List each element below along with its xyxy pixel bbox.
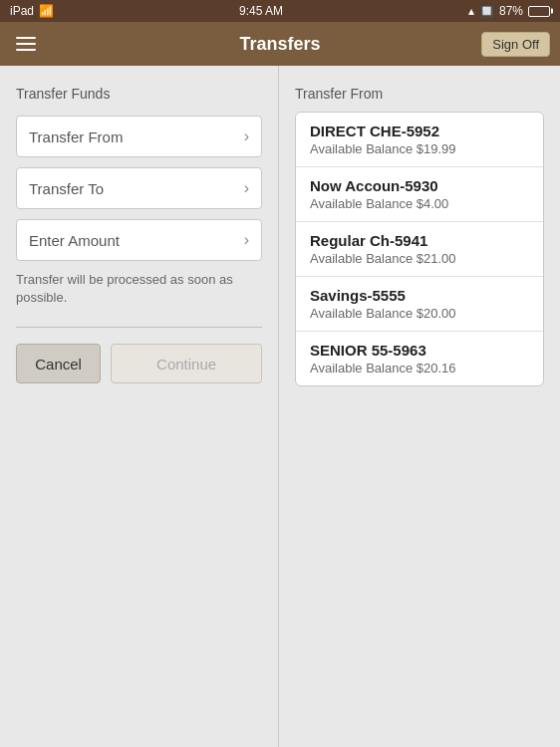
accounts-list: DIRECT CHE-5952Available Balance $19.99N…	[295, 112, 544, 386]
status-bar: iPad 📶 9:45 AM ▴ 🔲 87%	[0, 0, 560, 22]
transfer-to-chevron-icon: ›	[244, 179, 249, 197]
account-balance: Available Balance $4.00	[310, 196, 529, 211]
battery-percent-label: 87%	[499, 4, 523, 18]
carrier-label: iPad	[10, 4, 34, 18]
main-content: Transfer Funds Transfer From › Transfer …	[0, 66, 560, 747]
cancel-button[interactable]: Cancel	[16, 344, 101, 383]
transfer-to-field[interactable]: Transfer To ›	[16, 167, 262, 209]
account-item[interactable]: DIRECT CHE-5952Available Balance $19.99	[296, 113, 543, 167]
hamburger-line-2	[16, 43, 36, 45]
bluetooth-icon: 🔲	[479, 4, 494, 18]
right-section-title: Transfer From	[295, 86, 544, 102]
left-section-title: Transfer Funds	[16, 86, 262, 102]
app-header: Transfers Sign Off	[0, 22, 560, 66]
continue-button[interactable]: Continue	[111, 344, 262, 383]
transfer-from-field[interactable]: Transfer From ›	[16, 116, 262, 157]
right-panel: Transfer From DIRECT CHE-5952Available B…	[279, 66, 560, 747]
status-left: iPad 📶	[10, 4, 54, 18]
time-label: 9:45 AM	[239, 4, 283, 18]
account-balance: Available Balance $19.99	[310, 141, 529, 156]
divider	[16, 327, 262, 328]
sign-off-button[interactable]: Sign Off	[481, 32, 550, 57]
left-panel: Transfer Funds Transfer From › Transfer …	[0, 66, 279, 747]
account-item[interactable]: Regular Ch-5941Available Balance $21.00	[296, 222, 543, 277]
account-name: Savings-5555	[310, 287, 529, 304]
account-balance: Available Balance $20.16	[310, 361, 529, 375]
button-row: Cancel Continue	[16, 344, 262, 383]
page-title: Transfers	[239, 34, 320, 55]
account-name: Regular Ch-5941	[310, 232, 529, 249]
account-name: SENIOR 55-5963	[310, 342, 529, 359]
battery-icon	[528, 6, 550, 17]
enter-amount-label: Enter Amount	[29, 232, 120, 249]
account-balance: Available Balance $20.00	[310, 306, 529, 321]
wifi-icon: 📶	[39, 4, 54, 18]
menu-button[interactable]	[12, 33, 40, 55]
location-icon: ▴	[468, 4, 474, 18]
transfer-from-label: Transfer From	[29, 128, 123, 145]
transfer-to-label: Transfer To	[29, 180, 104, 197]
account-name: Now Accoun-5930	[310, 177, 529, 194]
hamburger-line-3	[16, 49, 36, 51]
account-item[interactable]: Savings-5555Available Balance $20.00	[296, 277, 543, 332]
account-balance: Available Balance $21.00	[310, 251, 529, 266]
account-item[interactable]: SENIOR 55-5963Available Balance $20.16	[296, 332, 543, 385]
transfer-from-chevron-icon: ›	[244, 127, 249, 145]
transfer-note: Transfer will be processed as soon as po…	[16, 271, 262, 307]
enter-amount-chevron-icon: ›	[244, 231, 249, 249]
hamburger-line-1	[16, 37, 36, 39]
account-name: DIRECT CHE-5952	[310, 123, 529, 139]
enter-amount-field[interactable]: Enter Amount ›	[16, 219, 262, 261]
status-right: ▴ 🔲 87%	[468, 4, 550, 18]
account-item[interactable]: Now Accoun-5930Available Balance $4.00	[296, 167, 543, 222]
